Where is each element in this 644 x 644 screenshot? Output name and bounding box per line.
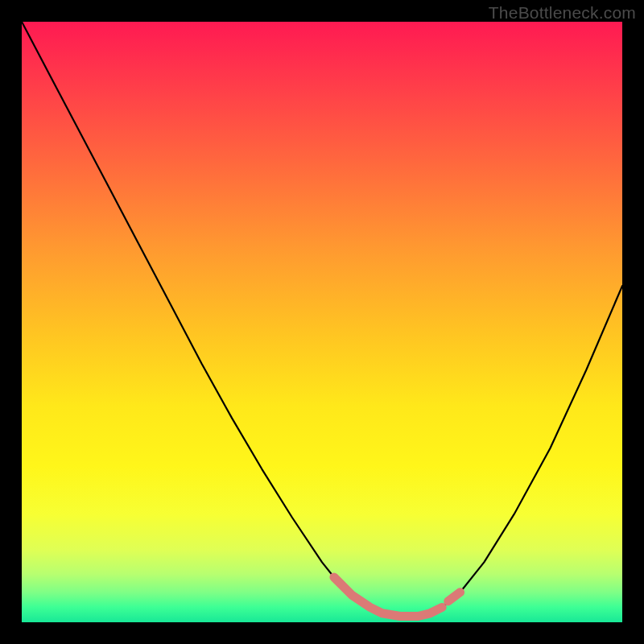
chart-stage: TheBottleneck.com xyxy=(0,0,644,644)
plot-area xyxy=(22,22,622,622)
trough-highlight-segment-b xyxy=(448,592,460,601)
trough-highlight xyxy=(334,577,460,617)
curve-layer xyxy=(22,22,622,622)
trough-highlight-segment-a xyxy=(334,577,442,617)
bottleneck-curve xyxy=(22,22,622,617)
curve-path xyxy=(22,22,622,617)
watermark-text: TheBottleneck.com xyxy=(489,3,636,23)
